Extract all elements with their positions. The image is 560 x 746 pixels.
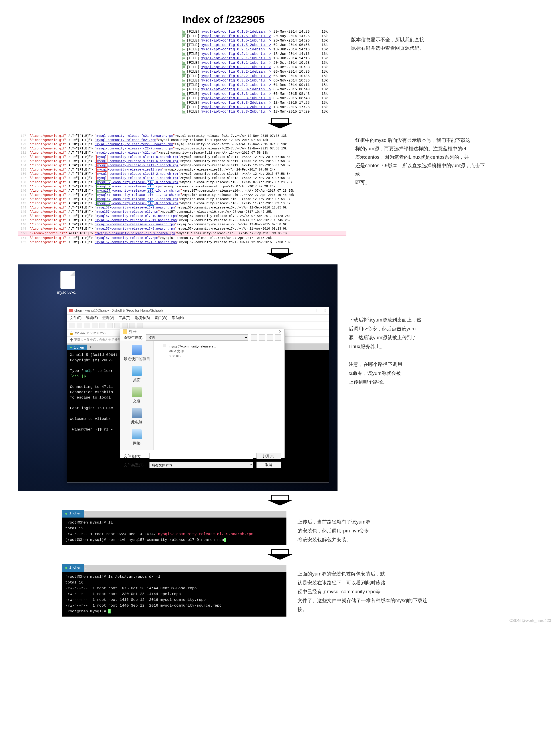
cancel-button[interactable]: 取消 — [256, 462, 281, 468]
source-link[interactable]: mysql-community-release-sles12-2.noarch.… — [96, 172, 178, 176]
source-link[interactable]: mysql57-community-release-el7-11.noarch.… — [96, 219, 176, 222]
file-size: 18k — [317, 101, 328, 105]
source-link[interactable]: mysql-community-release-fc22.rpm — [96, 151, 156, 154]
source-link[interactable]: mysql57-community-release-el6-8.noarch.r… — [96, 201, 178, 206]
toolbar-button[interactable] — [107, 323, 113, 328]
toolbar-button[interactable] — [99, 323, 105, 328]
toolbar-button[interactable] — [84, 323, 90, 328]
menu-item[interactable]: 工具(T) — [118, 316, 130, 320]
file-link[interactable]: mysql-apt-config_0.2.1-1ubuntu..> — [201, 56, 271, 61]
close-icon[interactable]: ✕ — [323, 308, 327, 313]
filetype-select[interactable]: 所有文件 (*.*) — [149, 462, 253, 468]
file-link[interactable]: mysql-apt-config_0.3.3-2ubuntu..> — [201, 105, 271, 110]
toolbar[interactable] — [67, 321, 329, 330]
filename-input[interactable] — [149, 453, 253, 459]
file-link[interactable]: mysql-apt-config_0.3.3-1ubuntu..> — [201, 92, 271, 96]
toolbar-button[interactable] — [122, 323, 128, 328]
file-link[interactable]: mysql-apt-config_0.2.1-1ubuntu..> — [201, 52, 271, 56]
places-item[interactable]: 最近使用的项目 — [120, 343, 153, 364]
toolbar-button[interactable] — [77, 323, 82, 328]
file-link[interactable]: mysql-apt-config_0.3.2-1ubuntu..> — [201, 74, 271, 78]
session-tab[interactable]: 1 chen — [62, 564, 84, 572]
file-link[interactable]: mysql-apt-config_0.1.5-2ubuntu..> — [201, 43, 271, 47]
lookin-select[interactable]: 桌面 — [146, 334, 248, 341]
file-link[interactable]: mysql-apt-config_0.3.3-1ubuntu..> — [201, 96, 271, 101]
source-link[interactable]: mysql-community-release-fc22-7.noarch.rp… — [96, 147, 173, 150]
menu-item[interactable]: 编辑(E) — [86, 316, 98, 320]
source-link[interactable]: mysql-community-release-sles11-5.noarch.… — [96, 155, 178, 159]
list-item[interactable]: mysql57-community-release-e... RPM 文件 9.… — [157, 344, 281, 358]
places-item[interactable]: 文档 — [120, 385, 153, 406]
file-link[interactable]: mysql-apt-config_0.3.2-1ubuntu..> — [201, 83, 271, 87]
menu-item[interactable]: 查看(V) — [102, 316, 114, 320]
source-link[interactable]: mysql57-community-release-el7.rpm — [96, 236, 158, 240]
source-link[interactable]: mysql-community-release-sles12-7.noarch.… — [96, 176, 178, 180]
places-sidebar[interactable]: 最近使用的项目桌面文档此电脑网络 — [120, 341, 153, 450]
source-link[interactable]: mysql57-community-release-el6-11.noarch.… — [96, 193, 180, 197]
menu-item[interactable]: 选项卡(B) — [135, 316, 150, 320]
note-section5: 上面的yum源的安装包被解包安装后，默认是安装在该路径下，可以看到此时该路径中已… — [298, 570, 431, 614]
source-link[interactable]: mysql57-community-release-el6-10.noarch.… — [96, 189, 180, 193]
minimize-icon[interactable]: — — [308, 308, 312, 313]
open-button[interactable]: 打开(O) — [256, 453, 281, 459]
file-link[interactable]: mysql-apt-config_0.2.1-1debian..> — [201, 47, 271, 52]
source-link[interactable]: mysql57-community-release-el7-9.noarch.r… — [97, 232, 175, 235]
maximize-icon[interactable]: ☐ — [316, 308, 319, 313]
file-tag: [FILE] — [187, 87, 200, 92]
close-icon[interactable]: ✕ — [279, 329, 282, 334]
file-date: 20-May-2014 14:26 — [273, 34, 317, 38]
places-item[interactable]: 此电脑 — [120, 406, 153, 427]
add-tab-icon[interactable]: + — [84, 566, 87, 572]
add-tab-icon[interactable]: + — [84, 512, 87, 518]
file-link[interactable]: mysql-apt-config_0.3.1-1ubuntu..> — [201, 65, 271, 69]
source-link[interactable]: mysql-community-release-fc21-7.noarch.rp… — [96, 134, 173, 138]
toolbar-button[interactable] — [69, 323, 75, 328]
source-link[interactable]: mysql-community-release-fc22-5.noarch.rp… — [96, 143, 173, 146]
source-link[interactable]: mysql57-community-release-el7-10.noarch.… — [96, 214, 176, 218]
add-tab-icon[interactable]: + — [87, 344, 94, 350]
nav-up-icon[interactable] — [259, 334, 265, 341]
toolbar-button[interactable] — [92, 323, 97, 328]
toolbar-button[interactable] — [114, 323, 120, 328]
source-link[interactable]: mysql57-community-release-el6-7.noarch.r… — [96, 197, 178, 201]
file-date: 06-Nov-2014 10:36 — [273, 69, 317, 74]
source-link[interactable]: mysql-community-release-sles11-7.noarch.… — [96, 163, 178, 168]
places-item[interactable]: 网络 — [120, 427, 153, 448]
file-link[interactable]: mysql-apt-config_0.3.3-1debian..> — [201, 87, 271, 92]
source-link[interactable]: mysql-community-release-sles11.rpm — [96, 167, 162, 172]
menu-item[interactable]: 帮助(H) — [172, 316, 184, 320]
file-link[interactable]: mysql-apt-config_0.3.1-1ubuntu..> — [201, 61, 271, 65]
nav-new-icon[interactable] — [267, 334, 273, 341]
source-link[interactable]: mysql57-community-release-fc21-7.noarch.… — [96, 240, 176, 244]
file-link[interactable]: mysql-apt-config_0.3.2-1ubuntu..> — [201, 78, 271, 83]
source-link[interactable]: mysql57-community-release-el7-7.noarch.r… — [96, 223, 175, 226]
file-icon — [60, 271, 75, 289]
file-link[interactable]: mysql-apt-config_0.3.2-1debian..> — [201, 69, 271, 74]
file-tag: [FILE] — [187, 56, 200, 61]
file-link[interactable]: mysql-apt-config_0.3.3-2debian..> — [201, 101, 271, 105]
places-item[interactable]: 桌面 — [120, 364, 153, 385]
file-link[interactable]: mysql-apt-config_0.1.5-1debian..> — [201, 30, 271, 34]
source-link[interactable]: mysql57-community-release-el5-8.noarch.r… — [96, 180, 178, 184]
session-tab[interactable]: 1 chen — [62, 510, 84, 518]
toolbar-button[interactable] — [130, 323, 135, 328]
file-link[interactable]: mysql-apt-config_0.1.5-1ubuntu..> — [201, 34, 271, 38]
source-link[interactable]: mysql-community-release-fc21.rpm — [96, 138, 156, 142]
menu-bar[interactable]: 文件(F)编辑(E)查看(V)工具(T)选项卡(B)窗口(W)帮助(H) — [67, 315, 329, 321]
toolbar-button[interactable] — [137, 323, 143, 328]
file-link[interactable]: mysql-apt-config_0.3.3-2ubuntu..> — [201, 110, 271, 114]
session-tab[interactable]: 1 chen — [67, 345, 87, 350]
folder-icon — [123, 329, 127, 334]
source-link[interactable]: mysql57-community-release-el5.rpm — [96, 184, 162, 189]
source-link[interactable]: mysql57-community-release-el7-8.noarch.r… — [96, 227, 175, 230]
nav-view-icon[interactable] — [275, 334, 281, 341]
source-link[interactable]: mysql-community-release-sles11-6.noarch.… — [96, 159, 178, 164]
menu-item[interactable]: 文件(F) — [70, 316, 82, 320]
file-link[interactable]: mysql-apt-config_0.1.5-1ubuntu..> — [201, 38, 271, 43]
source-link[interactable]: mysql57-community-release-el6-9.noarch.r… — [96, 206, 175, 209]
file-list[interactable]: mysql57-community-release-e... RPM 文件 9.… — [153, 341, 284, 450]
desktop-file-icon[interactable]: mysql57-c... — [56, 271, 80, 295]
menu-item[interactable]: 窗口(W) — [155, 316, 167, 320]
source-link[interactable]: mysql57-community-release-el6.rpm — [96, 210, 158, 213]
nav-back-icon[interactable] — [251, 334, 257, 341]
